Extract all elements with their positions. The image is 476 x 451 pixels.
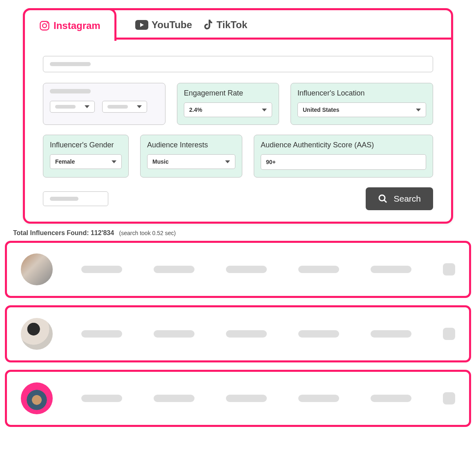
select-value: United States [303,107,339,113]
chevron-down-icon [137,105,142,108]
placeholder-skeleton [154,266,194,273]
placeholder-skeleton [371,395,411,402]
tab-label: Instagram [54,20,101,31]
svg-line-6 [384,200,387,202]
platform-tabs: Instagram YouTube TikTok [25,10,451,40]
select-value: Music [152,158,169,165]
result-row[interactable] [5,241,471,298]
range-min-select[interactable] [50,101,95,113]
filter-box-placeholder [43,83,165,125]
placeholder-skeleton [298,395,339,402]
chevron-down-icon [416,109,421,111]
search-icon [378,194,388,204]
placeholder-skeleton [226,330,267,338]
placeholder-skeleton [298,266,339,273]
interests-select[interactable]: Music [147,154,235,169]
placeholder-skeleton [443,328,455,340]
button-label: Search [393,194,421,204]
search-timing: (search took 0.52 sec) [119,230,176,236]
gender-select[interactable]: Female [50,154,122,169]
chevron-down-icon [225,160,230,163]
filter-influencer-gender: Influencer's Gender Female [43,135,129,178]
filter-audience-interests: Audience Interests Music [140,135,242,178]
results-summary: Total Influencers Found: 112'834 (search… [13,229,471,237]
placeholder-skeleton [371,266,411,273]
result-columns [69,392,455,404]
filter-label: Engagement Rate [184,89,272,98]
placeholder-skeleton [50,197,78,201]
tab-label: YouTube [152,19,192,31]
result-row[interactable] [5,305,471,362]
search-form: Engagement Rate 2.4% Influencer's Locati… [25,38,451,222]
filter-engagement-rate: Engagement Rate 2.4% [177,83,279,125]
svg-point-1 [42,24,47,28]
svg-point-5 [379,195,385,201]
placeholder-skeleton [50,89,91,93]
filter-label: Audience Interests [147,141,235,149]
filter-aas: Audience Authenticity Score (AAS) [254,135,433,178]
tab-tiktok[interactable]: TikTok [204,19,247,31]
chevron-down-icon [112,160,116,163]
select-value: Female [55,158,75,165]
placeholder-skeleton [298,330,339,338]
placeholder-skeleton [443,263,455,275]
placeholder-skeleton [81,330,122,338]
select-value: 2.4% [189,107,202,113]
filter-label: Influencer's Gender [50,141,122,149]
extra-filter-box[interactable] [43,191,108,206]
aas-input[interactable] [261,154,426,170]
avatar [21,382,53,414]
result-row[interactable] [5,370,471,427]
youtube-icon [135,20,148,30]
tab-label: TikTok [217,19,247,31]
chevron-down-icon [262,109,267,111]
placeholder-skeleton [226,266,267,273]
tab-instagram[interactable]: Instagram [23,8,116,41]
engagement-rate-select[interactable]: 2.4% [184,102,272,117]
search-button[interactable]: Search [366,187,433,210]
filter-influencer-location: Influencer's Location United States [291,83,433,125]
placeholder-skeleton [81,266,122,273]
filter-label: Audience Authenticity Score (AAS) [261,141,426,149]
result-columns [69,263,455,275]
placeholder-skeleton [81,395,122,402]
keyword-input[interactable] [43,56,433,72]
tab-youtube[interactable]: YouTube [135,19,192,31]
placeholder-skeleton [226,395,267,402]
avatar [21,318,53,350]
placeholder-skeleton [154,395,194,402]
placeholder-skeleton [50,62,91,66]
placeholder-skeleton [371,330,411,338]
svg-point-2 [47,22,48,23]
result-columns [69,328,455,340]
search-card: Instagram YouTube TikTok [23,8,453,224]
instagram-icon [39,20,50,31]
avatar [21,253,53,285]
range-max-select[interactable] [102,101,147,113]
placeholder-skeleton [154,330,194,338]
filter-label: Influencer's Location [297,89,426,98]
chevron-down-icon [85,105,89,108]
placeholder-skeleton [443,392,455,404]
tiktok-icon [204,20,213,30]
location-select[interactable]: United States [297,102,426,117]
